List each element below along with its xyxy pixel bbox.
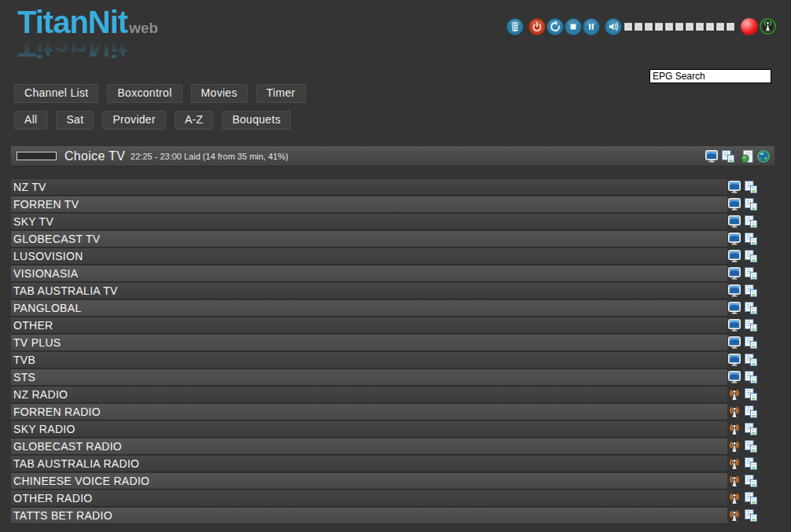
channel-button[interactable]: FORREN TV (11, 196, 727, 213)
remote-keypad-icon[interactable] (506, 18, 524, 35)
tv-screen-icon[interactable] (728, 284, 741, 297)
channel-button[interactable]: SKY TV (11, 214, 727, 230)
epg-list-icon[interactable] (745, 284, 757, 297)
power-icon[interactable] (528, 18, 546, 35)
radio-antenna-icon[interactable] (728, 475, 741, 487)
radio-antenna-icon[interactable] (728, 423, 741, 435)
epg-list-icon[interactable] (745, 302, 757, 314)
stop-icon[interactable] (565, 18, 582, 35)
radio-antenna-icon[interactable] (728, 509, 741, 522)
nav-timer-button[interactable]: Timer (256, 84, 306, 103)
nav-boxcontrol-button[interactable]: Boxcontrol (107, 84, 182, 103)
volume-segment[interactable] (635, 23, 642, 31)
epg-list-icon[interactable] (745, 233, 757, 245)
mute-speaker-icon[interactable] (605, 18, 622, 35)
epg-list-icon[interactable] (745, 371, 757, 383)
channel-button[interactable]: OTHER (11, 317, 727, 334)
epg-list-icon[interactable] (745, 336, 757, 349)
epg-list-icon[interactable] (722, 150, 734, 163)
volume-segment[interactable] (624, 23, 632, 31)
channel-name: GLOBECAST TV (13, 233, 100, 245)
channel-button[interactable]: PANGLOBAL (11, 300, 727, 317)
epg-list-icon[interactable] (745, 250, 757, 262)
epg-list-icon[interactable] (745, 319, 757, 332)
epg-list-icon[interactable] (745, 181, 757, 193)
radio-antenna-icon[interactable] (728, 405, 741, 418)
volume-segment[interactable] (696, 23, 704, 31)
channel-button[interactable]: NZ RADIO (11, 387, 727, 403)
channel-button[interactable]: SKY RADIO (11, 421, 727, 438)
top-control-bar (506, 18, 777, 35)
single-epg-icon[interactable] (741, 150, 753, 163)
channel-button[interactable]: TVB (11, 352, 727, 369)
multi-epg-icon[interactable] (757, 150, 770, 163)
filter-bouquets-button[interactable]: Bouquets (222, 111, 291, 130)
tv-screen-icon[interactable] (728, 371, 741, 383)
epg-search-input[interactable] (649, 69, 771, 83)
channel-button[interactable]: TATTS BET RADIO (11, 508, 727, 524)
epg-list-icon[interactable] (745, 509, 757, 522)
reload-icon[interactable] (546, 18, 564, 35)
channel-button[interactable]: CHINEESE VOICE RADIO (11, 473, 727, 490)
epg-list-icon[interactable] (745, 475, 757, 487)
channel-button[interactable]: GLOBECAST TV (11, 231, 727, 248)
radio-antenna-icon[interactable] (728, 440, 741, 453)
channel-button[interactable]: TAB AUSTRALIA TV (11, 283, 727, 299)
epg-list-icon[interactable] (745, 423, 757, 435)
volume-segment[interactable] (655, 23, 663, 31)
epg-list-icon[interactable] (745, 440, 757, 453)
channel-button[interactable]: FORREN RADIO (11, 404, 727, 420)
tv-screen-icon[interactable] (728, 250, 741, 262)
channel-button[interactable]: TV PLUS (11, 335, 727, 351)
tv-screen-icon[interactable] (728, 198, 741, 211)
tv-screen-icon[interactable] (728, 302, 741, 314)
signal-antenna-icon[interactable] (760, 18, 777, 35)
pause-icon[interactable] (583, 18, 600, 35)
volume-segment[interactable] (706, 23, 714, 31)
filter-sat-button[interactable]: Sat (56, 111, 94, 130)
channel-name: NZ RADIO (13, 388, 68, 401)
channel-button[interactable]: STS (11, 369, 727, 386)
tv-screen-icon[interactable] (728, 181, 741, 193)
epg-list-icon[interactable] (745, 215, 757, 228)
channel-name: TVB (13, 354, 35, 366)
epg-list-icon[interactable] (745, 492, 757, 504)
volume-bar[interactable] (624, 23, 734, 31)
record-icon[interactable] (741, 18, 758, 35)
channel-name: TV PLUS (13, 336, 61, 349)
tv-screen-icon[interactable] (728, 336, 741, 349)
nav-movies-button[interactable]: Movies (191, 84, 248, 103)
filter-all-button[interactable]: All (14, 111, 47, 130)
channel-button[interactable]: TAB AUSTRALIA RADIO (11, 456, 727, 472)
channel-button[interactable]: NZ TV (11, 179, 727, 196)
filter-provider-button[interactable]: Provider (102, 111, 166, 130)
epg-list-icon[interactable] (745, 388, 757, 401)
volume-segment[interactable] (665, 23, 673, 31)
nav-channel-list-button[interactable]: Channel List (14, 84, 98, 103)
channel-button[interactable]: VISIONASIA (11, 266, 727, 282)
epg-list-icon[interactable] (745, 405, 757, 418)
volume-segment[interactable] (675, 23, 683, 31)
radio-antenna-icon[interactable] (728, 388, 741, 401)
tv-screen-icon[interactable] (728, 267, 741, 280)
channel-row: FORREN TV (11, 196, 774, 213)
volume-segment[interactable] (716, 23, 724, 31)
epg-list-icon[interactable] (745, 457, 757, 470)
filter-az-button[interactable]: A-Z (175, 111, 213, 130)
channel-button[interactable]: GLOBECAST RADIO (11, 438, 727, 455)
epg-list-icon[interactable] (745, 267, 757, 280)
epg-list-icon[interactable] (745, 198, 757, 211)
volume-segment[interactable] (686, 23, 694, 31)
volume-segment[interactable] (727, 23, 734, 31)
channel-button[interactable]: OTHER RADIO (11, 490, 727, 507)
radio-antenna-icon[interactable] (728, 457, 741, 470)
watch-tv-icon[interactable] (705, 150, 718, 163)
epg-list-icon[interactable] (745, 354, 757, 366)
channel-button[interactable]: LUSOVISION (11, 248, 727, 265)
tv-screen-icon[interactable] (728, 319, 741, 332)
radio-antenna-icon[interactable] (728, 492, 741, 504)
tv-screen-icon[interactable] (728, 354, 741, 366)
tv-screen-icon[interactable] (728, 233, 741, 245)
tv-screen-icon[interactable] (728, 215, 741, 228)
volume-segment[interactable] (645, 23, 653, 31)
